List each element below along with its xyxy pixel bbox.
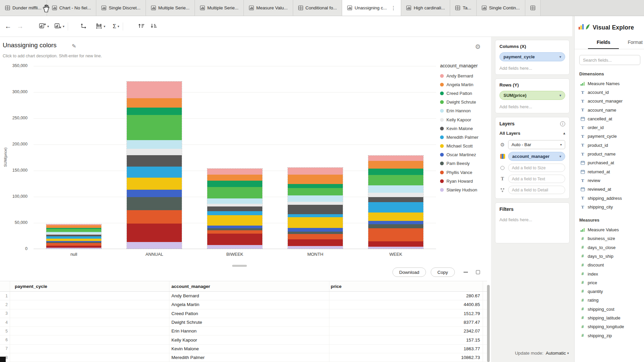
bar-segment-kelly-kapoor[interactable]: [207, 204, 262, 206]
bar-segment-kevin-malone[interactable]: [288, 205, 343, 214]
color-swatch-icon[interactable]: [499, 154, 505, 159]
field-business-size[interactable]: #business_size: [575, 234, 644, 243]
field-price[interactable]: #price: [575, 278, 644, 287]
field-product-name[interactable]: Tproduct_name: [575, 149, 644, 158]
text-field-dropzone[interactable]: Add a field to Text: [508, 175, 565, 183]
bar-segment-phyllis-vance[interactable]: [46, 243, 101, 246]
bar-segment-michael-scott[interactable]: [207, 215, 262, 226]
bar-segment-andy-bernard[interactable]: [127, 81, 182, 98]
tab-fields[interactable]: Fields: [588, 37, 619, 49]
field-shipping-zip[interactable]: #shipping_zip: [575, 331, 644, 340]
rows-drop-hint[interactable]: Add fields here...: [499, 104, 565, 109]
bar-segment-angela-martin[interactable]: [207, 175, 262, 181]
remove-chart-icon[interactable]: ▾: [54, 23, 64, 30]
bar-segment-dwight-schrute[interactable]: [127, 115, 182, 140]
field-measure-values[interactable]: Measure Values: [575, 225, 644, 234]
bar-segment-pam-beesly[interactable]: [368, 224, 423, 228]
legend-item[interactable]: Andy Bernard: [440, 71, 490, 80]
legend-item[interactable]: Pam Beesly: [440, 159, 490, 168]
bar-segment-michael-scott[interactable]: [368, 213, 423, 221]
legend-item[interactable]: Oscar Martinez: [440, 150, 490, 159]
field-returned-at[interactable]: returned_at: [575, 167, 644, 176]
tab-high-cardinali[interactable]: High cardinali...: [401, 0, 450, 16]
bar-segment-creed-patton[interactable]: [207, 181, 262, 187]
copy-button[interactable]: Copy: [431, 267, 455, 277]
download-button[interactable]: Download: [392, 267, 426, 277]
bar-segment-angela-martin[interactable]: [288, 175, 343, 184]
bar-segment-kelly-kapoor[interactable]: [368, 193, 423, 197]
bar-segment-andy-bernard[interactable]: [288, 168, 343, 174]
chart-settings-gear-icon[interactable]: ⚙: [475, 43, 481, 51]
bar-MONTH[interactable]: [288, 168, 343, 249]
field-shipping-latitude[interactable]: #shipping_latitude: [575, 313, 644, 322]
bar-segment-stanley-hudson[interactable]: [368, 247, 423, 249]
field-cancelled-at[interactable]: cancelled_at: [575, 114, 644, 123]
legend-item[interactable]: Stanley Hudson: [440, 185, 490, 194]
bar-segment-erin-hannon[interactable]: [288, 195, 343, 202]
table-row[interactable]: 7Kevin Malone1863.77: [0, 345, 487, 353]
table-row[interactable]: 2Angela Martin4400.85: [0, 300, 487, 309]
bar-segment-angela-martin[interactable]: [46, 225, 101, 228]
tab-multiple-serie[interactable]: Multiple Serie...: [195, 0, 244, 16]
bar-segment-dwight-schrute[interactable]: [368, 175, 423, 185]
pill-account-manager[interactable]: account_manager ▾: [508, 152, 565, 161]
pill-sum-price[interactable]: SUM(price) ▾: [499, 91, 565, 100]
bar-segment-creed-patton[interactable]: [368, 169, 423, 175]
bar-segment-meredith-palmer[interactable]: [288, 214, 343, 217]
bar-segment-pam-beesly[interactable]: [127, 197, 182, 210]
bar-segment-ryan-howard[interactable]: [207, 234, 262, 245]
mark-settings-gear-icon[interactable]: ⚙: [499, 142, 505, 148]
bar-segment-meredith-palmer[interactable]: [127, 167, 182, 178]
field-rating[interactable]: #rating: [575, 296, 644, 305]
bar-options-icon[interactable]: ▾: [96, 23, 105, 30]
bar-segment-phyllis-vance[interactable]: [127, 210, 182, 224]
bar-segment-kevin-malone[interactable]: [207, 206, 262, 211]
table-row[interactable]: 1Andy Bernard280.67: [0, 292, 487, 300]
field-product-id[interactable]: Tproduct_id: [575, 141, 644, 149]
chevron-down-icon[interactable]: ▾: [559, 55, 561, 59]
field-purchased-at[interactable]: purchased_at: [575, 159, 644, 167]
bar-segment-ryan-howard[interactable]: [288, 239, 343, 246]
table-row[interactable]: 5Erin Hannon2342.07: [0, 327, 487, 336]
size-field-dropzone[interactable]: Add a field to Size: [508, 164, 565, 172]
field-account-manager[interactable]: Taccount_manager: [575, 97, 644, 106]
pill-payment-cycle[interactable]: payment_cycle ▾: [499, 52, 565, 61]
table-row[interactable]: 8Meredith Palmer10862.73: [0, 353, 487, 362]
tab-single-discret[interactable]: Single Discret...: [96, 0, 146, 16]
sort-ascending-icon[interactable]: [138, 23, 145, 30]
bar-segment-dwight-schrute[interactable]: [46, 229, 101, 232]
tab-single-contin[interactable]: Single Contin...: [477, 0, 525, 16]
bar-segment-erin-hannon[interactable]: [127, 140, 182, 149]
bar-segment-kevin-malone[interactable]: [368, 197, 423, 202]
field-order-id[interactable]: Torder_id: [575, 123, 644, 132]
field-shipping-cost[interactable]: #shipping_cost: [575, 305, 644, 313]
bar-segment-stanley-hudson[interactable]: [207, 245, 262, 249]
field-index[interactable]: #index: [575, 269, 644, 278]
bar-segment-michael-scott[interactable]: [127, 178, 182, 190]
bar-segment-ryan-howard[interactable]: [127, 224, 182, 242]
bar-segment-kevin-malone[interactable]: [127, 155, 182, 167]
bar-segment-erin-hannon[interactable]: [368, 185, 423, 193]
legend-item[interactable]: Kevin Malone: [440, 124, 490, 133]
bar-segment-pam-beesly[interactable]: [288, 232, 343, 234]
field-review[interactable]: Treview: [575, 176, 644, 185]
bar-WEEK[interactable]: [368, 156, 423, 249]
mark-type-select[interactable]: Auto - Bar ▾: [508, 140, 565, 149]
bar-segment-andy-bernard[interactable]: [207, 169, 262, 174]
bar-segment-creed-patton[interactable]: [288, 184, 343, 188]
field-payment-cycle[interactable]: Tpayment_cycle: [575, 132, 644, 141]
field-discount[interactable]: #discount: [575, 261, 644, 269]
bar-BIWEEK[interactable]: [207, 169, 262, 249]
bar-segment-dwight-schrute[interactable]: [288, 188, 343, 195]
swap-axes-icon[interactable]: [80, 23, 87, 30]
columns-drop-hint[interactable]: Add fields here...: [499, 66, 565, 71]
edit-pencil-icon[interactable]: ✎: [72, 43, 76, 49]
aggregate-sigma-icon[interactable]: Σ▾: [113, 23, 119, 29]
maximize-icon[interactable]: [476, 270, 480, 274]
column-header-price[interactable]: price: [329, 281, 483, 291]
field-shipping-city[interactable]: Tshipping_city: [575, 202, 644, 211]
chevron-down-icon[interactable]: ▾: [559, 155, 561, 158]
bar-segment-angela-martin[interactable]: [368, 161, 423, 169]
bar-segment-phyllis-vance[interactable]: [368, 228, 423, 241]
bar-segment-andy-bernard[interactable]: [368, 156, 423, 161]
